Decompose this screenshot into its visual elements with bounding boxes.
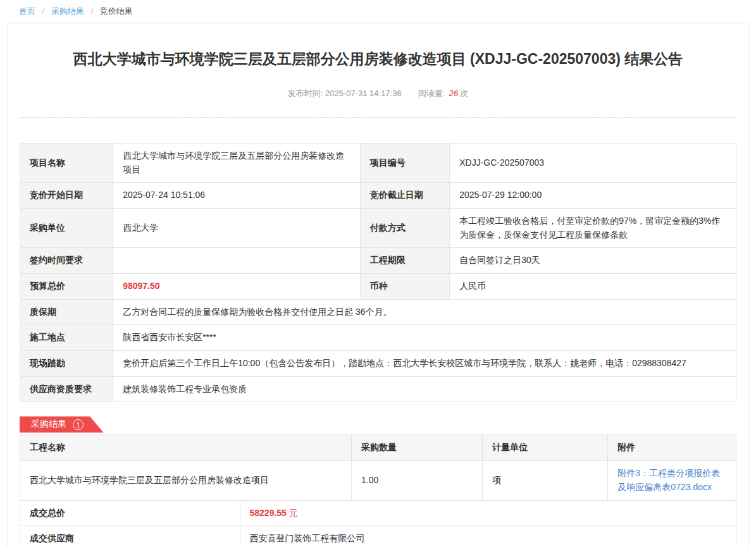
table-row: 西北大学城市与环境学院三层及五层部分公用房装修改造项目 1.00 项 附件3：工… — [20, 461, 736, 500]
row-value-project-number: XDJJ-GC-202507003 — [450, 143, 736, 182]
row-label-signing-time: 签约时间要求 — [20, 248, 113, 274]
table-row: 供应商资质要求 建筑装修装饰工程专业承包资质 — [20, 376, 736, 402]
table-row: 成交总价 58229.55 元 — [20, 500, 736, 526]
article-meta: 发布时间: 2025-07-31 14:17:36阅读量: 26次 — [20, 88, 736, 99]
row-label-project-name: 项目名称 — [20, 143, 113, 182]
row-value-construction-site: 陕西省西安市长安区**** — [113, 325, 736, 351]
table-row: 竞价开始日期 2025-07-24 10:51:06 竞价截止日期 2025-0… — [20, 183, 736, 209]
badge-label: 采购结果 — [31, 419, 66, 430]
table-row: 签约时间要求 工程期限 自合同签订之日30天 — [20, 248, 736, 274]
result-unit: 项 — [483, 461, 608, 500]
divider — [20, 117, 736, 118]
breadcrumb: 首页 / 采购结果 / 竞价结果 — [0, 0, 756, 22]
table-row: 质保期 乙方对合同工程的质量保修期为验收合格并交付使用之日起 36个月。 — [20, 299, 736, 325]
views-unit: 次 — [460, 89, 468, 98]
views-label: 阅读量: — [418, 89, 447, 98]
row-value-supplier-qualification: 建筑装修装饰工程专业承包资质 — [113, 376, 736, 402]
procurement-result-section: 采购结果 1 — [20, 416, 736, 433]
content-card: 西北大学城市与环境学院三层及五层部分公用房装修改造项目 (XDJJ-GC-202… — [8, 23, 748, 547]
header-attachment: 附件 — [608, 435, 736, 461]
row-label-payment-method: 付款方式 — [360, 208, 450, 247]
row-value-site-survey: 竞价开启后第三个工作日上午10:00（包含公告发布日），踏勘地点：西北大学长安校… — [113, 351, 736, 377]
row-value-project-duration: 自合同签订之日30天 — [450, 248, 736, 274]
deal-total-unit: 元 — [289, 508, 298, 518]
row-value-budget-total: 98097.50 — [113, 274, 361, 300]
deal-summary-table: 成交总价 58229.55 元 成交供应商 西安喜登门装饰工程有限公司 — [20, 500, 736, 547]
result-project-name: 西北大学城市与环境学院三层及五层部分公用房装修改造项目 — [20, 461, 352, 500]
row-label-budget-total: 预算总价 — [20, 274, 113, 300]
row-label-bid-end-date: 竞价截止日期 — [360, 183, 450, 209]
publish-time-label: 发布时间: — [288, 89, 325, 98]
row-value-bid-start-date: 2025-07-24 10:51:06 — [113, 183, 361, 209]
breadcrumb-separator: / — [91, 6, 94, 16]
result-attachment-cell: 附件3：工程类分项报价表及响应偏离表0723.docx — [608, 461, 736, 500]
deal-total-value-cell: 58229.55 元 — [240, 500, 736, 526]
attachment-link[interactable]: 附件3：工程类分项报价表及响应偏离表0723.docx — [617, 468, 720, 492]
row-label-construction-site: 施工地点 — [20, 325, 113, 351]
row-label-supplier-qualification: 供应商资质要求 — [20, 376, 113, 402]
breadcrumb-separator: / — [42, 6, 45, 16]
row-value-signing-time — [113, 248, 361, 274]
page-title: 西北大学城市与环境学院三层及五层部分公用房装修改造项目 (XDJJ-GC-202… — [20, 50, 736, 69]
row-value-currency: 人民币 — [450, 274, 736, 300]
row-label-site-survey: 现场踏勘 — [20, 351, 113, 377]
procurement-result-table: 工程名称 采购数量 计量单位 附件 西北大学城市与环境学院三层及五层部分公用房装… — [20, 434, 736, 500]
breadcrumb-home[interactable]: 首页 — [19, 6, 35, 16]
publish-time-value: 2025-07-31 14:17:36 — [325, 89, 402, 98]
procurement-result-badge: 采购结果 1 — [20, 416, 104, 433]
row-label-project-duration: 工程期限 — [360, 248, 450, 274]
table-row: 施工地点 陕西省西安市长安区**** — [20, 325, 736, 351]
row-value-bid-end-date: 2025-07-29 12:00:00 — [450, 183, 736, 209]
deal-supplier-label: 成交供应商 — [20, 526, 240, 547]
deal-total-value: 58229.55 — [250, 508, 287, 518]
row-value-warranty-period: 乙方对合同工程的质量保修期为验收合格并交付使用之日起 36个月。 — [113, 299, 736, 325]
table-header-row: 工程名称 采购数量 计量单位 附件 — [20, 435, 736, 461]
row-label-bid-start-date: 竞价开始日期 — [20, 183, 113, 209]
header-project-name: 工程名称 — [20, 435, 352, 461]
header-unit: 计量单位 — [483, 435, 608, 461]
table-row: 采购单位 西北大学 付款方式 本工程竣工验收合格后，付至审定价款的97%，留审定… — [20, 208, 736, 247]
result-quantity: 1.00 — [352, 461, 483, 500]
deal-supplier-value: 西安喜登门装饰工程有限公司 — [240, 526, 736, 547]
row-label-project-number: 项目编号 — [360, 143, 450, 182]
table-row: 成交供应商 西安喜登门装饰工程有限公司 — [20, 526, 736, 547]
row-label-purchasing-unit: 采购单位 — [20, 208, 113, 247]
row-label-currency: 币种 — [360, 274, 450, 300]
row-label-warranty-period: 质保期 — [20, 299, 113, 325]
row-value-payment-method: 本工程竣工验收合格后，付至审定价款的97%，留审定金额的3%作为质保金，质保金支… — [450, 208, 736, 247]
project-info-table: 项目名称 西北大学城市与环境学院三层及五层部分公用房装修改造项目 项目编号 XD… — [20, 143, 736, 403]
breadcrumb-current: 竞价结果 — [100, 6, 133, 16]
row-value-project-name: 西北大学城市与环境学院三层及五层部分公用房装修改造项目 — [113, 143, 361, 182]
breadcrumb-procurement-results[interactable]: 采购结果 — [51, 6, 84, 16]
header-quantity: 采购数量 — [352, 435, 483, 461]
table-row: 现场踏勘 竞价开启后第三个工作日上午10:00（包含公告发布日），踏勘地点：西北… — [20, 351, 736, 377]
deal-total-label: 成交总价 — [20, 500, 240, 526]
table-row: 项目名称 西北大学城市与环境学院三层及五层部分公用房装修改造项目 项目编号 XD… — [20, 143, 736, 182]
row-value-purchasing-unit: 西北大学 — [113, 208, 361, 247]
badge-count: 1 — [73, 419, 84, 430]
table-row: 预算总价 98097.50 币种 人民币 — [20, 274, 736, 300]
views-count: 26 — [449, 89, 458, 98]
